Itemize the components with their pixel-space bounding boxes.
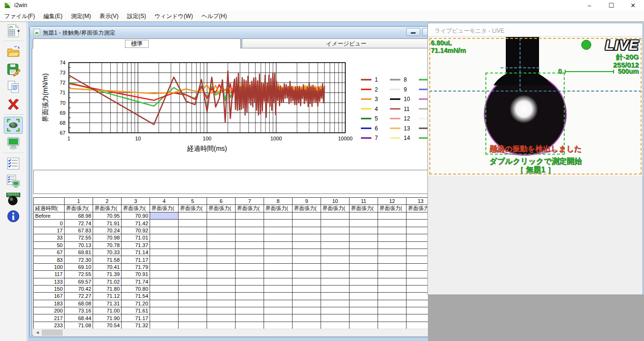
table-cell[interactable]: 73.16 [65,307,93,314]
table-cell[interactable] [321,307,350,314]
scrollbar-thumb[interactable] [42,330,63,336]
table-cell[interactable]: 67.83 [65,227,93,234]
menu-item-6[interactable]: ヘルプ(H) [197,11,231,22]
live-camera-view[interactable]: 6.80uL 71.14mN/m LIVE 針-20G 255/012 0 50… [428,37,643,175]
table-cell[interactable] [321,234,350,241]
tab-image-view[interactable]: イメージビュー [242,38,451,48]
table-cell[interactable] [179,293,207,300]
table-cell[interactable]: 70.42 [65,285,93,292]
column-header-10[interactable]: 界面張力( [321,205,350,212]
table-cell[interactable] [264,322,293,329]
table-cell[interactable] [350,271,378,278]
table-cell[interactable] [236,278,264,285]
new-measurement-button[interactable] [4,22,23,39]
table-cell[interactable] [150,241,179,249]
table-cell[interactable] [207,241,236,249]
table-cell[interactable] [236,220,264,227]
table-cell[interactable] [321,241,350,249]
table-cell[interactable] [378,278,407,285]
row-header-100[interactable]: 100 [34,263,65,270]
table-cell[interactable] [350,300,378,307]
table-cell[interactable] [350,293,378,300]
table-cell[interactable] [207,314,236,322]
table-cell[interactable]: 72.74 [65,220,93,227]
table-cell[interactable] [293,271,321,278]
table-cell[interactable] [264,285,293,292]
table-cell[interactable]: 71.61 [122,307,150,314]
table-cell[interactable] [264,249,293,256]
menu-item-3[interactable]: 表示(V) [95,11,123,22]
row-header-233[interactable]: 233 [34,322,65,329]
result-monitor-button[interactable] [4,173,23,190]
table-cell[interactable] [350,227,378,234]
column-number-4[interactable]: 4 [150,198,179,205]
table-cell[interactable]: 70.90 [122,212,150,220]
table-cell[interactable]: 72.55 [65,234,93,241]
table-cell[interactable] [179,322,207,329]
table-cell[interactable] [293,249,321,256]
table-cell[interactable]: 71.20 [122,300,150,307]
column-header-2[interactable]: 界面張力( [93,205,122,212]
table-cell[interactable] [236,322,264,329]
table-cell[interactable] [293,263,321,270]
save-file-button[interactable] [4,61,23,78]
table-cell[interactable] [207,212,236,220]
live-capture-button[interactable] [4,117,23,134]
row-header-117[interactable]: 117 [34,271,65,278]
table-cell[interactable] [293,220,321,227]
table-cell[interactable] [236,300,264,307]
table-cell[interactable]: 68.98 [65,212,93,220]
table-cell[interactable] [378,227,407,234]
table-cell[interactable] [207,234,236,241]
column-number-1[interactable]: 1 [65,198,93,205]
table-cell[interactable]: 71.80 [93,285,122,292]
table-cell[interactable] [236,234,264,241]
row-header-33[interactable]: 33 [34,234,65,241]
table-cell[interactable]: 71.08 [65,322,93,329]
table-cell[interactable] [150,307,179,314]
table-cell[interactable]: 68.44 [65,314,93,322]
table-cell[interactable] [179,234,207,241]
column-number-7[interactable]: 7 [236,198,264,205]
table-cell[interactable]: 70.95 [93,212,122,220]
table-cell[interactable] [179,307,207,314]
column-number-6[interactable]: 6 [207,198,236,205]
table-cell[interactable]: 71.00 [93,307,122,314]
menu-item-0[interactable]: ファイル(F) [0,11,39,22]
column-number-10[interactable]: 10 [321,198,350,205]
table-cell[interactable] [150,285,179,292]
table-cell[interactable] [293,227,321,234]
table-cell[interactable]: 71.79 [122,263,150,270]
table-cell[interactable] [179,314,207,322]
table-cell[interactable] [207,300,236,307]
table-cell[interactable]: 70.92 [122,227,150,234]
table-cell[interactable] [350,322,378,329]
table-cell[interactable] [378,307,407,314]
table-cell[interactable] [150,234,179,241]
table-corner-blank[interactable] [34,198,65,205]
table-cell[interactable] [321,300,350,307]
table-cell[interactable] [179,249,207,256]
table-cell[interactable] [264,293,293,300]
table-cell[interactable] [150,256,179,263]
table-cell[interactable] [264,307,293,314]
menu-item-5[interactable]: ウィンドウ(W) [150,11,197,22]
table-cell[interactable] [179,285,207,292]
table-cell[interactable]: 70.13 [65,241,93,249]
table-cell[interactable] [236,256,264,263]
table-cell[interactable]: 71.58 [93,256,122,263]
tab-standard[interactable]: 標準 [33,38,241,48]
column-number-3[interactable]: 3 [122,198,150,205]
table-cell[interactable]: 71.17 [122,314,150,322]
table-cell[interactable] [236,307,264,314]
menu-item-1[interactable]: 編集(E) [39,11,66,22]
table-cell[interactable] [350,234,378,241]
table-cell[interactable]: 71.17 [122,256,150,263]
table-cell[interactable] [236,314,264,322]
row-header-17[interactable]: 17 [34,227,65,234]
table-cell[interactable] [264,212,293,220]
table-cell[interactable] [207,263,236,270]
table-cell[interactable]: 70.24 [93,227,122,234]
scroll-left-icon[interactable]: ◄ [34,329,41,336]
table-cell[interactable] [179,300,207,307]
